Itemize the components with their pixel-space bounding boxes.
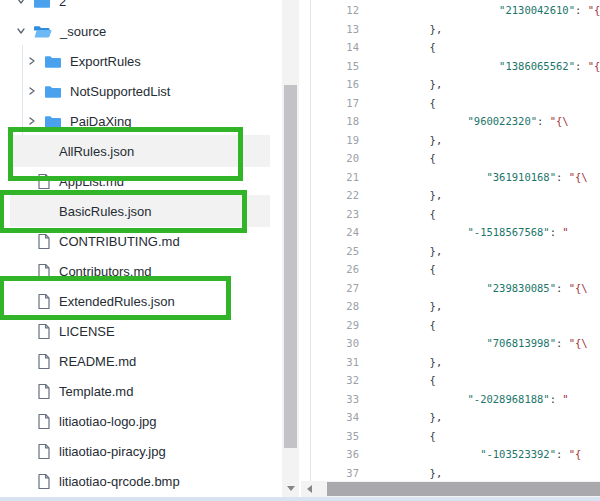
- tree-item-paidaxing[interactable]: PaiDaXing: [0, 106, 282, 136]
- code-text: {: [367, 371, 600, 390]
- line-number[interactable]: 25: [311, 242, 367, 261]
- code-scrollbar-thumb[interactable]: [327, 482, 600, 496]
- tree-item-extendedrules-json[interactable]: ExtendedRules.json: [0, 286, 282, 316]
- code-line: 34 },: [311, 408, 600, 427]
- tree-item--source[interactable]: _source: [0, 16, 282, 46]
- sidebar-scrollbar-thumb[interactable]: [284, 85, 297, 448]
- folder-open-icon: [33, 24, 52, 39]
- line-number[interactable]: 21: [311, 168, 367, 187]
- code-line: 24 "-1518567568": ": [311, 223, 600, 242]
- code-text: "-103523392": "{: [367, 445, 600, 464]
- tree-item-label: README.md: [59, 354, 136, 369]
- line-number[interactable]: 23: [311, 205, 367, 224]
- code-line: 14 {: [311, 38, 600, 57]
- code-text: {: [367, 205, 600, 224]
- code-line: 37 },: [311, 464, 600, 483]
- file-icon: [37, 293, 51, 310]
- window-bottom-edge: [0, 497, 600, 501]
- line-number[interactable]: 31: [311, 353, 367, 372]
- code-line: 35 {: [311, 427, 600, 446]
- line-number[interactable]: 28: [311, 297, 367, 316]
- tree-item-litiaotiao-piracy-jpg[interactable]: litiaotiao-piracy.jpg: [0, 436, 282, 466]
- code-line: 27 "239830085": "{\: [311, 279, 600, 298]
- code-line: 21 "361910168": "{\: [311, 168, 600, 187]
- folder-icon: [33, 0, 51, 9]
- code-text: {: [367, 149, 600, 168]
- line-number[interactable]: 30: [311, 334, 367, 353]
- file-tree: 2_sourceExportRulesNotSupportedListPaiDa…: [0, 0, 282, 496]
- file-icon: [37, 413, 51, 430]
- tree-item-license[interactable]: LICENSE: [0, 316, 282, 346]
- code-scrollbar-left-button[interactable]: [301, 481, 317, 497]
- line-number[interactable]: 13: [311, 20, 367, 39]
- line-number[interactable]: 20: [311, 149, 367, 168]
- file-icon: [37, 323, 51, 340]
- tree-item-contributors-md[interactable]: Contributors.md: [0, 256, 282, 286]
- line-number[interactable]: 33: [311, 390, 367, 409]
- tree-item-basicrules-json[interactable]: BasicRules.json: [0, 196, 282, 226]
- code-text: },: [367, 75, 600, 94]
- tree-item-label: litiaotiao-logo.jpg: [59, 414, 157, 429]
- file-icon: [37, 443, 51, 460]
- line-number[interactable]: 17: [311, 94, 367, 113]
- chevron-right-icon[interactable]: [27, 116, 37, 126]
- code-line: 15 "1386065562": "{: [311, 57, 600, 76]
- sidebar-scrollbar-down-button[interactable]: [282, 480, 299, 497]
- code-line: 26 {: [311, 260, 600, 279]
- chevron-down-icon[interactable]: [16, 0, 26, 6]
- tree-item-litiaotiao-qrcode-bmp[interactable]: litiaotiao-qrcode.bmp: [0, 466, 282, 496]
- tree-item-template-md[interactable]: Template.md: [0, 376, 282, 406]
- file-icon: [37, 173, 51, 190]
- sidebar-vertical-scrollbar[interactable]: [282, 0, 299, 497]
- chevron-right-icon[interactable]: [27, 56, 37, 66]
- tree-item-allrules-json[interactable]: AllRules.json: [0, 136, 282, 166]
- chevron-down-icon[interactable]: [16, 26, 26, 36]
- line-number[interactable]: 32: [311, 371, 367, 390]
- line-number[interactable]: 15: [311, 57, 367, 76]
- line-number[interactable]: 34: [311, 408, 367, 427]
- tree-item-readme-md[interactable]: README.md: [0, 346, 282, 376]
- line-number[interactable]: 22: [311, 186, 367, 205]
- line-number[interactable]: 14: [311, 38, 367, 57]
- tree-item-label: BasicRules.json: [59, 204, 152, 219]
- tree-item-litiaotiao-logo-jpg[interactable]: litiaotiao-logo.jpg: [0, 406, 282, 436]
- tree-item-label: CONTRIBUTING.md: [59, 234, 180, 249]
- tree-item-label: AllRules.json: [59, 144, 134, 159]
- code-line: 13 },: [311, 20, 600, 39]
- line-number[interactable]: 16: [311, 75, 367, 94]
- folder-icon: [44, 54, 62, 69]
- chevron-right-icon[interactable]: [27, 86, 37, 96]
- code-text: "2130042610": "{: [367, 1, 600, 20]
- line-number[interactable]: 36: [311, 445, 367, 464]
- code-text: "706813998": "{\: [367, 334, 600, 353]
- arrow-left-icon: [307, 485, 312, 493]
- line-number[interactable]: 19: [311, 131, 367, 150]
- tree-item-contributing-md[interactable]: CONTRIBUTING.md: [0, 226, 282, 256]
- tree-item-applist-md[interactable]: AppList.md: [0, 166, 282, 196]
- line-number[interactable]: 35: [311, 427, 367, 446]
- line-number[interactable]: 24: [311, 223, 367, 242]
- tree-item-2[interactable]: 2: [0, 0, 282, 16]
- code-text: },: [367, 297, 600, 316]
- tree-item-label: _source: [60, 24, 106, 39]
- code-text: "960022320": "{\: [367, 112, 600, 131]
- tree-item-label: PaiDaXing: [70, 114, 131, 129]
- folder-icon: [44, 114, 62, 129]
- tree-item-notsupportedlist[interactable]: NotSupportedList: [0, 76, 282, 106]
- line-number[interactable]: 18: [311, 112, 367, 131]
- tree-item-exportrules[interactable]: ExportRules: [0, 46, 282, 76]
- line-number[interactable]: 27: [311, 279, 367, 298]
- tree-item-label: ExportRules: [70, 54, 141, 69]
- line-number[interactable]: 37: [311, 464, 367, 483]
- code-line: 36 "-103523392": "{: [311, 445, 600, 464]
- line-number[interactable]: 26: [311, 260, 367, 279]
- code-text: "-2028968188": ": [367, 390, 600, 409]
- code-text: {: [367, 427, 600, 446]
- file-tree-sidebar: 2_sourceExportRulesNotSupportedListPaiDa…: [0, 0, 282, 497]
- file-icon: [37, 233, 51, 250]
- code-line: 18 "960022320": "{\: [311, 112, 600, 131]
- code-text: "239830085": "{\: [367, 279, 600, 298]
- code-horizontal-scrollbar[interactable]: [301, 481, 600, 497]
- line-number[interactable]: 12: [311, 1, 367, 20]
- line-number[interactable]: 29: [311, 316, 367, 335]
